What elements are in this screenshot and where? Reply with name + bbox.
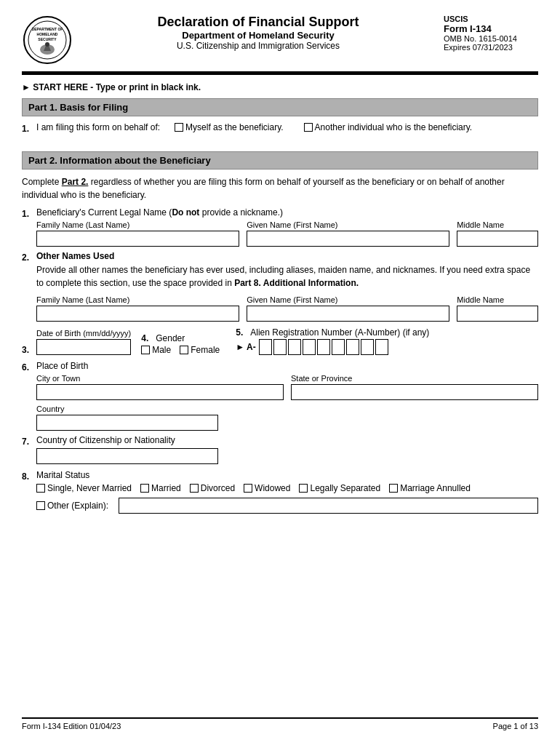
dob-input[interactable] bbox=[36, 339, 131, 355]
separated-option[interactable]: Legally Separated bbox=[299, 483, 380, 493]
alien-digit-7[interactable] bbox=[346, 339, 359, 355]
myself-checkbox[interactable] bbox=[175, 123, 183, 132]
given-name-input[interactable] bbox=[247, 231, 449, 247]
part1-item1-row: 1. I am filing this form on behalf of: M… bbox=[22, 122, 538, 134]
annulled-checkbox[interactable] bbox=[389, 484, 398, 493]
uscis-label: USCIS bbox=[444, 15, 538, 23]
other-name-fields: Family Name (Last Name) Given Name (Firs… bbox=[36, 295, 538, 322]
page-footer: Form I-134 Edition 01/04/23 Page 1 of 13 bbox=[22, 717, 538, 730]
country-input[interactable] bbox=[36, 415, 218, 431]
other-explain-row: Other (Explain): bbox=[36, 498, 538, 514]
dob-label: Date of Birth (mm/dd/yyyy) bbox=[36, 329, 131, 338]
alien-row: Date of Birth (mm/dd/yyyy) 4. Gender Ma bbox=[36, 327, 538, 355]
divorced-checkbox[interactable] bbox=[190, 484, 199, 493]
given-name-label: Given Name (First Name) bbox=[247, 220, 449, 229]
item1-row: 1. Beneficiary's Current Legal Name (Do … bbox=[22, 207, 538, 247]
other-given-name-label: Given Name (First Name) bbox=[247, 295, 449, 304]
alien-digit-4[interactable] bbox=[303, 339, 316, 355]
single-checkbox[interactable] bbox=[36, 484, 45, 493]
place-birth-fields: City or Town State or Province bbox=[36, 374, 538, 400]
svg-point-7 bbox=[45, 42, 49, 47]
item345-content: Date of Birth (mm/dd/yyyy) 4. Gender Ma bbox=[36, 327, 538, 355]
another-checkbox[interactable] bbox=[304, 123, 313, 132]
dob-field: Date of Birth (mm/dd/yyyy) bbox=[36, 329, 131, 355]
male-checkbox[interactable] bbox=[141, 346, 150, 354]
other-checkbox[interactable] bbox=[36, 501, 45, 510]
item7-content: Country of Citizenship or Nationality bbox=[36, 435, 538, 464]
city-input[interactable] bbox=[36, 384, 284, 400]
other-family-name-input[interactable] bbox=[36, 306, 239, 322]
alien-digit-1[interactable] bbox=[259, 339, 272, 355]
married-option[interactable]: Married bbox=[140, 483, 181, 493]
citizenship-input[interactable] bbox=[36, 448, 218, 464]
header-center: Declaration of Financial Support Departm… bbox=[73, 15, 444, 51]
alien-num-boxes: ► A- bbox=[236, 339, 538, 355]
annulled-option[interactable]: Marriage Annulled bbox=[389, 483, 471, 493]
family-name-input[interactable] bbox=[36, 231, 239, 247]
part2-header: Part 2. Information about the Beneficiar… bbox=[22, 151, 538, 170]
form-id-label: Form I-134 bbox=[444, 23, 538, 34]
middle-name-input[interactable] bbox=[457, 231, 538, 247]
female-label: Female bbox=[191, 345, 220, 355]
widowed-checkbox[interactable] bbox=[244, 484, 252, 493]
alien-digit-8[interactable] bbox=[361, 339, 374, 355]
filing-label: I am filing this form on behalf of: bbox=[36, 122, 160, 132]
part1-item1-number: 1. bbox=[22, 122, 36, 134]
item3-number: 3. bbox=[22, 343, 36, 355]
item6-label: Place of Birth bbox=[36, 361, 538, 371]
myself-option[interactable]: Myself as the beneficiary. bbox=[175, 122, 284, 132]
item6-number: 6. bbox=[22, 361, 36, 372]
other-given-name-input[interactable] bbox=[247, 306, 449, 322]
gender-field: 4. Gender Male Female bbox=[141, 333, 225, 355]
alien-digit-5[interactable] bbox=[317, 339, 330, 355]
gender-options: Male Female bbox=[141, 345, 225, 355]
item2-label: Other Names Used bbox=[36, 251, 538, 261]
male-option[interactable]: Male bbox=[141, 345, 171, 355]
item7-row: 7. Country of Citizenship or Nationality bbox=[22, 435, 538, 464]
item1-content: Beneficiary's Current Legal Name (Do not… bbox=[36, 207, 538, 247]
married-label: Married bbox=[151, 483, 181, 493]
another-option[interactable]: Another individual who is the beneficiar… bbox=[304, 122, 473, 132]
alien-digit-9[interactable] bbox=[375, 339, 388, 355]
alien-digit-2[interactable] bbox=[273, 339, 287, 355]
other-middle-name-field: Middle Name bbox=[457, 295, 538, 322]
widowed-label: Widowed bbox=[255, 483, 290, 493]
divorced-label: Divorced bbox=[201, 483, 235, 493]
single-option[interactable]: Single, Never Married bbox=[36, 483, 132, 493]
country-label: Country bbox=[36, 405, 538, 413]
myself-label: Myself as the beneficiary. bbox=[185, 122, 284, 132]
divorced-option[interactable]: Divorced bbox=[190, 483, 235, 493]
married-checkbox[interactable] bbox=[140, 484, 149, 493]
item2-desc: Provide all other names the beneficiary … bbox=[36, 263, 538, 290]
item7-number: 7. bbox=[22, 435, 36, 447]
other-middle-name-input[interactable] bbox=[457, 306, 538, 322]
female-option[interactable]: Female bbox=[180, 345, 220, 355]
part2-section: 1. Beneficiary's Current Legal Name (Do … bbox=[22, 207, 538, 518]
item2-number: 2. bbox=[22, 251, 36, 263]
female-checkbox[interactable] bbox=[180, 346, 188, 354]
middle-name-field: Middle Name bbox=[457, 220, 538, 247]
male-label: Male bbox=[152, 345, 171, 355]
other-option[interactable]: Other (Explain): bbox=[36, 501, 108, 511]
given-name-field: Given Name (First Name) bbox=[247, 220, 449, 247]
separated-checkbox[interactable] bbox=[299, 484, 308, 493]
item8-label: Marital Status bbox=[36, 470, 538, 480]
alien-prefix: ► A- bbox=[236, 342, 255, 352]
start-here-label: ► START HERE - Type or print in black in… bbox=[22, 82, 538, 92]
item1-label: Beneficiary's Current Legal Name (Do not… bbox=[36, 207, 538, 218]
alien-digit-3[interactable] bbox=[288, 339, 301, 355]
widowed-option[interactable]: Widowed bbox=[244, 483, 290, 493]
omb-label: OMB No. 1615-0014 bbox=[444, 34, 538, 43]
alien-num-field: 5. Alien Registration Number (A-Number) … bbox=[236, 327, 538, 355]
item8-row: 8. Marital Status Single, Never Married … bbox=[22, 470, 538, 514]
item345-row: 3. Date of Birth (mm/dd/yyyy) 4. Gender bbox=[22, 327, 538, 355]
alien-digit-6[interactable] bbox=[332, 339, 345, 355]
city-label: City or Town bbox=[36, 374, 284, 383]
uscis-logo: DEPARTMENT OF HOMELAND SECURITY bbox=[22, 15, 73, 65]
other-explain-input[interactable] bbox=[119, 498, 538, 514]
state-input[interactable] bbox=[291, 384, 538, 400]
separated-label: Legally Separated bbox=[310, 483, 380, 493]
middle-name-label: Middle Name bbox=[457, 220, 538, 229]
alien-digit-boxes bbox=[259, 339, 388, 355]
item2-row: 2. Other Names Used Provide all other na… bbox=[22, 251, 538, 322]
